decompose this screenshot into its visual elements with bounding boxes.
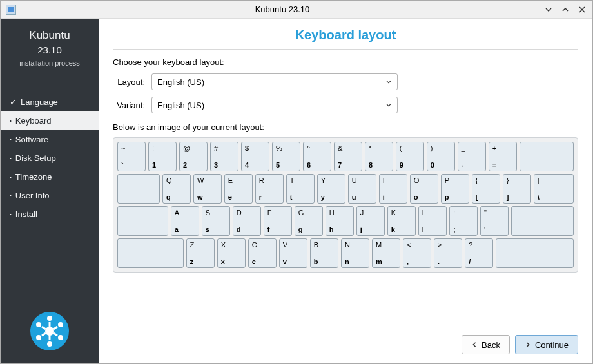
keyboard-preview: ~`!1@2#3$4%5^6&7*8(9)0_-+=QqWwEeRrTtYyUu… (113, 137, 578, 273)
step-label: Timezone (15, 172, 52, 182)
sidebar-steps: ✓Language•Keyboard•Software•Disk Setup•T… (1, 93, 99, 224)
continue-button[interactable]: Continue (515, 335, 578, 354)
key-: _- (458, 142, 486, 171)
app-icon (6, 5, 16, 15)
keyboard-row: QqWwEeRrTtYyUuIiOoPp{[}]|\ (117, 174, 574, 204)
key-a: Aa (171, 206, 199, 236)
window-controls (543, 5, 587, 15)
sidebar-step-timezone[interactable]: •Timezone (1, 168, 99, 186)
sidebar: Kubuntu 23.10 installation process ✓Lang… (1, 19, 99, 363)
key-2: @2 (179, 142, 208, 171)
keyboard-row: ZzXxCcVvBbNnMm<,>.?/ (117, 238, 574, 268)
step-label: Keyboard (15, 116, 52, 126)
sidebar-step-software[interactable]: •Software (1, 130, 99, 149)
key-j: Jj (356, 206, 385, 236)
key-: += (489, 142, 517, 171)
sidebar-step-language[interactable]: ✓Language (1, 93, 99, 111)
svg-point-6 (47, 341, 52, 347)
key-: ~` (117, 142, 146, 171)
svg-point-7 (36, 335, 41, 340)
variant-row: Variant: English (US) (113, 97, 578, 113)
step-label: Software (15, 135, 48, 144)
key-h: Hh (326, 206, 354, 236)
key-: }] (503, 174, 531, 204)
titlebar: Kubuntu 23.10 (1, 1, 592, 19)
sidebar-step-install[interactable]: •Install (1, 205, 99, 224)
key-5: %5 (272, 142, 300, 171)
key-blank (117, 238, 184, 268)
continue-label: Continue (535, 340, 569, 350)
key-4: $4 (241, 142, 269, 171)
key-s: Ss (202, 206, 230, 236)
check-icon: ✓ (10, 97, 17, 107)
key-8: *8 (365, 142, 393, 171)
svg-point-8 (36, 322, 41, 327)
key-e: Ee (224, 174, 253, 204)
close-button[interactable] (577, 5, 587, 15)
divider (113, 49, 578, 50)
key-u: Uu (348, 174, 376, 204)
brand-version: 23.10 (6, 44, 93, 55)
key-l: Ll (418, 206, 447, 236)
key-9: (9 (396, 142, 424, 171)
sidebar-step-disk-setup[interactable]: •Disk Setup (1, 149, 99, 168)
key-p: Pp (441, 174, 469, 204)
variant-value: English (US) (157, 101, 204, 110)
bullet-icon: • (10, 175, 12, 180)
variant-label: Variant: (113, 101, 145, 110)
key-: >. (434, 238, 462, 268)
key-v: Vv (279, 238, 307, 268)
back-button[interactable]: Back (462, 335, 510, 354)
sidebar-brand: Kubuntu 23.10 installation process (1, 19, 99, 79)
bullet-icon: • (10, 137, 12, 142)
key-1: !1 (148, 142, 177, 171)
minimize-button[interactable] (543, 5, 554, 15)
footer-buttons: Back Continue (113, 326, 578, 354)
key-f: Ff (264, 206, 292, 236)
page-heading: Keyboard layout (113, 28, 578, 43)
bullet-icon: • (10, 193, 12, 198)
key-: {[ (472, 174, 500, 204)
window-title: Kubuntu 23.10 (21, 5, 543, 14)
key-r: Rr (255, 174, 284, 204)
prompt-text: Choose your keyboard layout: (113, 57, 578, 67)
step-label: User Info (15, 191, 50, 200)
key-7: &7 (334, 142, 362, 171)
key-blank (496, 238, 574, 268)
installer-window: Kubuntu 23.10 Kubuntu 23.10 installation… (0, 0, 593, 364)
chevron-down-icon (385, 101, 392, 110)
svg-point-3 (47, 316, 52, 321)
bullet-icon: • (10, 212, 12, 217)
sidebar-step-user-info[interactable]: •User Info (1, 186, 99, 205)
svg-point-9 (45, 327, 54, 336)
key-x: Xx (217, 238, 246, 268)
key-m: Mm (372, 238, 400, 268)
key-blank (117, 174, 160, 204)
step-label: Disk Setup (15, 153, 56, 163)
key-blank (117, 206, 168, 236)
svg-point-4 (58, 322, 63, 327)
key-blank (520, 142, 574, 171)
key-0: )0 (427, 142, 455, 171)
sidebar-step-keyboard[interactable]: •Keyboard (1, 111, 99, 130)
step-label: Install (15, 209, 37, 219)
key-d: Dd (233, 206, 261, 236)
svg-point-5 (58, 335, 63, 340)
chevron-right-icon (525, 341, 531, 348)
chevron-left-icon (471, 341, 478, 348)
layout-value: English (US) (157, 77, 204, 87)
layout-select[interactable]: English (US) (151, 73, 398, 90)
key-b: Bb (310, 238, 338, 268)
key-k: Kk (387, 206, 416, 236)
brand-subtitle: installation process (6, 59, 93, 67)
key-: ?/ (465, 238, 493, 268)
variant-select[interactable]: English (US) (151, 97, 398, 113)
keyboard-preview-label: Below is an image of your current layout… (113, 122, 578, 132)
key-q: Qq (162, 174, 191, 204)
bullet-icon: • (10, 119, 12, 124)
key-: :; (449, 206, 478, 236)
key-i: Ii (379, 174, 407, 204)
maximize-button[interactable] (560, 5, 570, 15)
key-c: Cc (248, 238, 277, 268)
chevron-down-icon (385, 77, 392, 87)
